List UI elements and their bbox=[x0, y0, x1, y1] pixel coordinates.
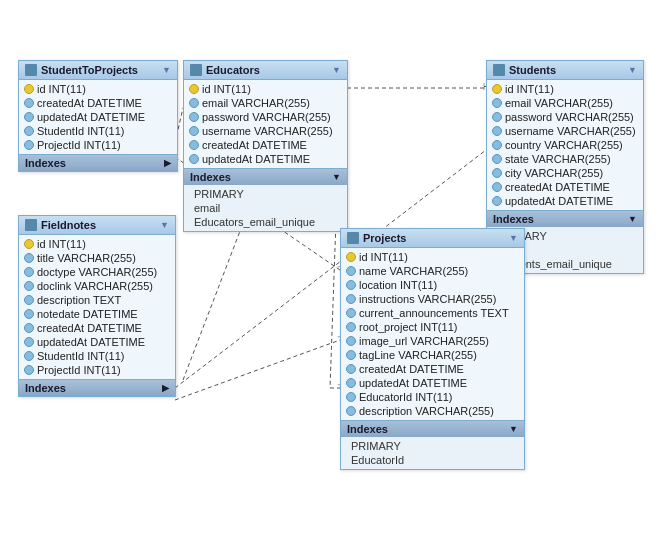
field-icon bbox=[24, 337, 34, 347]
table-row: createdAt DATETIME bbox=[184, 138, 347, 152]
field-icon bbox=[24, 323, 34, 333]
field-icon bbox=[346, 406, 356, 416]
table-row: createdAt DATETIME bbox=[487, 180, 643, 194]
table-body-student-to-projects: id INT(11) createdAt DATETIME updatedAt … bbox=[19, 80, 177, 154]
field-icon bbox=[346, 266, 356, 276]
table-row: city VARCHAR(255) bbox=[487, 166, 643, 180]
table-projects[interactable]: Projects ▼ id INT(11) name VARCHAR(255) … bbox=[340, 228, 525, 470]
table-row: username VARCHAR(255) bbox=[487, 124, 643, 138]
table-row: doctype VARCHAR(255) bbox=[19, 265, 175, 279]
table-row: updatedAt DATETIME bbox=[19, 110, 177, 124]
key-icon bbox=[346, 252, 356, 262]
field-icon bbox=[24, 309, 34, 319]
table-row: tagLine VARCHAR(255) bbox=[341, 348, 524, 362]
field-icon bbox=[492, 168, 502, 178]
table-row: EducatorId INT(11) bbox=[341, 390, 524, 404]
field-icon bbox=[492, 112, 502, 122]
dropdown-arrow[interactable]: ▼ bbox=[628, 65, 637, 75]
table-row: email VARCHAR(255) bbox=[184, 96, 347, 110]
table-row: location INT(11) bbox=[341, 278, 524, 292]
indexes-header: Indexes ▼ bbox=[341, 420, 524, 437]
table-row: password VARCHAR(255) bbox=[487, 110, 643, 124]
field-icon bbox=[346, 350, 356, 360]
table-row: StudentId INT(11) bbox=[19, 349, 175, 363]
field-icon bbox=[346, 308, 356, 318]
table-icon bbox=[25, 219, 37, 231]
table-header-fieldnotes: Fieldnotes ▼ bbox=[19, 216, 175, 235]
table-row: image_url VARCHAR(255) bbox=[341, 334, 524, 348]
index-row: Educators_email_unique bbox=[189, 215, 342, 229]
field-icon bbox=[24, 98, 34, 108]
svg-line-5 bbox=[175, 340, 340, 400]
field-icon bbox=[346, 378, 356, 388]
field-icon bbox=[24, 365, 34, 375]
index-row: email bbox=[189, 201, 342, 215]
table-row: updatedAt DATETIME bbox=[341, 376, 524, 390]
index-row: PRIMARY bbox=[189, 187, 342, 201]
table-row: username VARCHAR(255) bbox=[184, 124, 347, 138]
diagram-canvas: | | ⊣ ⊣ ⊣ ⊢ ⊣ StudentToProjects ▼ id INT… bbox=[0, 0, 661, 550]
field-icon bbox=[24, 351, 34, 361]
table-row: id INT(11) bbox=[19, 237, 175, 251]
field-icon bbox=[492, 98, 502, 108]
table-row: name VARCHAR(255) bbox=[341, 264, 524, 278]
table-body-projects: id INT(11) name VARCHAR(255) location IN… bbox=[341, 248, 524, 420]
dropdown-arrow[interactable]: ▼ bbox=[160, 220, 169, 230]
table-row: title VARCHAR(255) bbox=[19, 251, 175, 265]
table-title: Fieldnotes bbox=[41, 219, 96, 231]
field-icon bbox=[346, 364, 356, 374]
field-icon bbox=[24, 281, 34, 291]
table-row: ProjectId INT(11) bbox=[19, 363, 175, 377]
field-icon bbox=[24, 112, 34, 122]
table-row: id INT(11) bbox=[184, 82, 347, 96]
table-header-projects: Projects ▼ bbox=[341, 229, 524, 248]
table-row: updatedAt DATETIME bbox=[19, 335, 175, 349]
table-fieldnotes[interactable]: Fieldnotes ▼ id INT(11) title VARCHAR(25… bbox=[18, 215, 176, 397]
indexes-body-educators: PRIMARY email Educators_email_unique bbox=[184, 185, 347, 231]
table-row: id INT(11) bbox=[487, 82, 643, 96]
table-header-educators: Educators ▼ bbox=[184, 61, 347, 80]
table-row: doclink VARCHAR(255) bbox=[19, 279, 175, 293]
table-title: Students bbox=[509, 64, 556, 76]
table-icon bbox=[347, 232, 359, 244]
table-row: notedate DATETIME bbox=[19, 307, 175, 321]
field-icon bbox=[346, 392, 356, 402]
table-icon bbox=[190, 64, 202, 76]
field-icon bbox=[492, 196, 502, 206]
field-icon bbox=[492, 182, 502, 192]
field-icon bbox=[24, 126, 34, 136]
table-body-fieldnotes: id INT(11) title VARCHAR(255) doctype VA… bbox=[19, 235, 175, 379]
table-header-student-to-projects: StudentToProjects ▼ bbox=[19, 61, 177, 80]
table-icon bbox=[493, 64, 505, 76]
table-row: StudentId INT(11) bbox=[19, 124, 177, 138]
table-educators[interactable]: Educators ▼ id INT(11) email VARCHAR(255… bbox=[183, 60, 348, 232]
indexes-body-projects: PRIMARY EducatorId bbox=[341, 437, 524, 469]
index-row: EducatorId bbox=[346, 453, 519, 467]
table-row: description VARCHAR(255) bbox=[341, 404, 524, 418]
indexes-header: Indexes ▶ bbox=[19, 379, 175, 396]
table-row: country VARCHAR(255) bbox=[487, 138, 643, 152]
field-icon bbox=[346, 280, 356, 290]
table-row: description TEXT bbox=[19, 293, 175, 307]
dropdown-arrow[interactable]: ▼ bbox=[332, 65, 341, 75]
table-row: id INT(11) bbox=[341, 250, 524, 264]
table-row: id INT(11) bbox=[19, 82, 177, 96]
key-icon bbox=[492, 84, 502, 94]
table-row: instructions VARCHAR(255) bbox=[341, 292, 524, 306]
key-icon bbox=[189, 84, 199, 94]
table-student-to-projects[interactable]: StudentToProjects ▼ id INT(11) createdAt… bbox=[18, 60, 178, 172]
dropdown-arrow[interactable]: ▼ bbox=[162, 65, 171, 75]
field-icon bbox=[189, 126, 199, 136]
dropdown-arrow[interactable]: ▼ bbox=[509, 233, 518, 243]
table-header-students: Students ▼ bbox=[487, 61, 643, 80]
index-row: PRIMARY bbox=[346, 439, 519, 453]
table-row: createdAt DATETIME bbox=[19, 96, 177, 110]
table-title: Projects bbox=[363, 232, 406, 244]
field-icon bbox=[189, 98, 199, 108]
field-icon bbox=[24, 253, 34, 263]
table-icon bbox=[25, 64, 37, 76]
table-row: root_project INT(11) bbox=[341, 320, 524, 334]
field-icon bbox=[189, 154, 199, 164]
field-icon bbox=[346, 336, 356, 346]
table-row: current_announcements TEXT bbox=[341, 306, 524, 320]
